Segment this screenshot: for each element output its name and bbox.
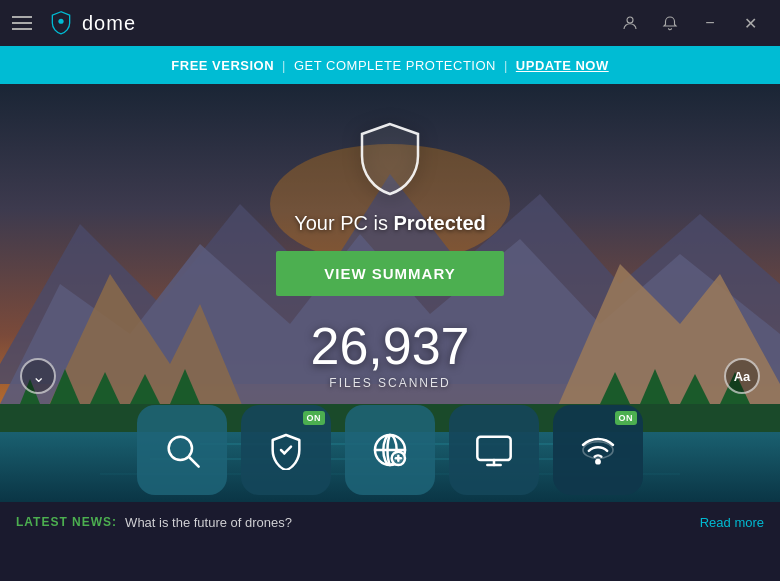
title-bar: dome − ✕ <box>0 0 780 46</box>
shield-container <box>354 120 426 204</box>
view-summary-button[interactable]: VIEW SUMMARY <box>276 251 503 296</box>
antivirus-icon <box>266 430 306 470</box>
web-protection-feature-button[interactable] <box>345 405 435 495</box>
banner-get-label: GET COMPLETE PROTECTION <box>294 58 496 73</box>
monitor-icon <box>474 430 514 470</box>
protection-status: Your PC is Protected <box>294 212 486 235</box>
svg-rect-32 <box>477 436 510 459</box>
read-more-link[interactable]: Read more <box>700 515 764 530</box>
menu-button[interactable] <box>12 16 32 30</box>
files-scanned-label: FILES SCANNED <box>329 376 450 390</box>
minimize-button[interactable]: − <box>692 5 728 41</box>
svg-line-23 <box>190 457 199 466</box>
web-icon <box>370 430 410 470</box>
search-feature-button[interactable] <box>137 405 227 495</box>
title-bar-controls: − ✕ <box>612 5 768 41</box>
bell-icon <box>661 14 679 32</box>
scroll-down-button[interactable]: ⌄ <box>20 358 56 394</box>
banner-sep2: | <box>504 58 508 73</box>
banner-sep1: | <box>282 58 286 73</box>
svg-point-22 <box>169 436 192 459</box>
svg-point-0 <box>58 19 63 24</box>
news-footer: LATEST NEWS: What is the future of drone… <box>0 502 780 542</box>
monitor-feature-button[interactable] <box>449 405 539 495</box>
news-label: LATEST NEWS: <box>16 515 117 529</box>
app-logo: dome <box>48 10 136 36</box>
status-value: Protected <box>394 212 486 234</box>
news-text: What is the future of drones? <box>125 515 692 530</box>
antivirus-on-badge: ON <box>303 411 326 425</box>
wifi-icon <box>578 430 618 470</box>
antivirus-feature-button[interactable]: ON <box>241 405 331 495</box>
search-icon <box>162 430 202 470</box>
wifi-feature-button[interactable]: ON <box>553 405 643 495</box>
status-prefix: Your PC is <box>294 212 393 234</box>
protection-shield-icon <box>354 120 426 200</box>
upgrade-banner: FREE VERSION | GET COMPLETE PROTECTION |… <box>0 46 780 84</box>
title-bar-left: dome <box>12 10 136 36</box>
user-icon <box>621 14 639 32</box>
logo-shield-icon <box>48 10 74 36</box>
banner-update-button[interactable]: UPDATE NOW <box>516 58 609 73</box>
files-scanned-count: 26,937 <box>310 320 469 372</box>
svg-point-1 <box>627 17 633 23</box>
banner-free-label: FREE VERSION <box>171 58 274 73</box>
font-size-button[interactable]: Aa <box>724 358 760 394</box>
features-row: ON <box>0 397 780 502</box>
hero-section: Your PC is Protected VIEW SUMMARY 26,937… <box>0 84 780 502</box>
svg-point-35 <box>596 460 599 463</box>
user-button[interactable] <box>612 5 648 41</box>
close-button[interactable]: ✕ <box>732 5 768 41</box>
wifi-on-badge: ON <box>615 411 638 425</box>
svg-line-25 <box>284 446 291 453</box>
app-title: dome <box>82 12 136 35</box>
notification-button[interactable] <box>652 5 688 41</box>
